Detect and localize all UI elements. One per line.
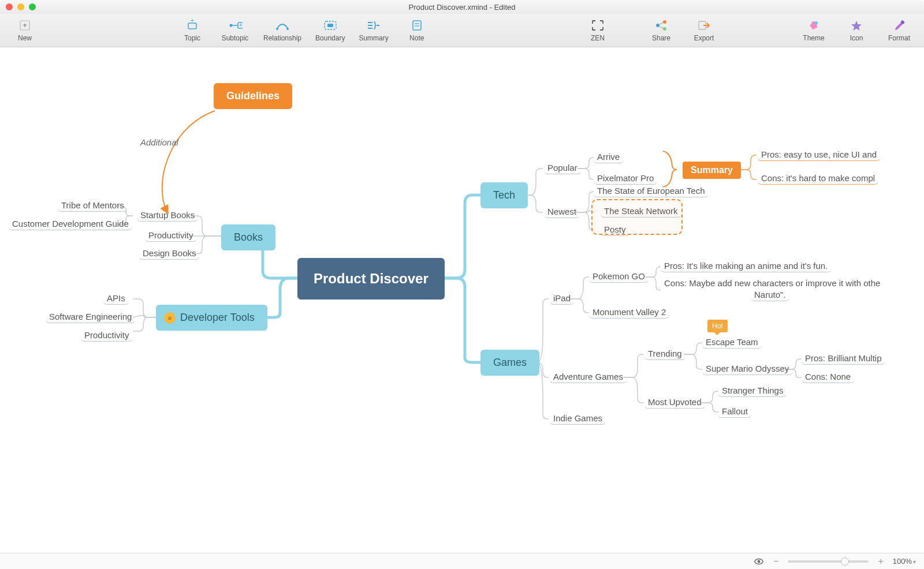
theme-button[interactable]: Theme: [799, 19, 828, 42]
svg-point-8: [276, 28, 278, 30]
hot-badge: Hot: [707, 320, 728, 332]
svg-point-19: [656, 24, 660, 27]
node-startup-books[interactable]: Startup Books: [137, 209, 198, 222]
subtopic-icon: +: [228, 19, 243, 32]
svg-line-22: [659, 23, 663, 25]
statusbar: − + 100%▾: [0, 553, 924, 569]
maximize-window-icon[interactable]: [29, 3, 36, 10]
node-pokemon[interactable]: Pokemon GO: [589, 270, 649, 283]
node-escape[interactable]: Escape Team: [702, 336, 762, 349]
node-dev-tools[interactable]: ≡Developer Tools: [156, 305, 267, 331]
icon-button[interactable]: Icon: [842, 19, 871, 42]
chevron-down-icon: ▾: [913, 559, 916, 565]
summary-button[interactable]: Summary: [359, 19, 388, 42]
node-newest[interactable]: Newest: [544, 205, 580, 218]
window-title: Product Discover.xmind - Edited: [6, 3, 918, 12]
eye-icon[interactable]: [754, 556, 764, 567]
node-books[interactable]: Books: [221, 224, 275, 250]
share-button[interactable]: Share: [647, 19, 676, 42]
node-summary-cons[interactable]: Cons: it's hard to make compl: [758, 172, 878, 185]
node-tribe-mentors[interactable]: Tribe of Mentors: [58, 199, 128, 212]
svg-rect-16: [413, 21, 421, 30]
node-cust-dev-guide[interactable]: Customer Development Guide: [9, 218, 132, 230]
subtopic-button[interactable]: + Subtopic: [221, 19, 249, 42]
node-soft-eng[interactable]: Software Engineering: [46, 310, 135, 323]
export-icon: [696, 19, 711, 32]
new-button[interactable]: + New: [10, 19, 39, 42]
relationship-icon: [275, 19, 290, 32]
share-icon: [654, 19, 669, 32]
money-icon: ≡: [164, 312, 176, 324]
svg-text:+: +: [239, 22, 243, 28]
theme-icon: [806, 19, 821, 32]
node-stranger[interactable]: Stranger Things: [718, 384, 787, 397]
minimize-window-icon[interactable]: [17, 3, 24, 10]
node-pokemon-cons[interactable]: Cons: Maybe add new characters or improv…: [661, 277, 884, 289]
svg-point-9: [286, 28, 289, 30]
node-fallout[interactable]: Fallout: [718, 405, 751, 418]
mindmap-canvas[interactable]: Guidelines Additional Product Discover B…: [0, 47, 924, 553]
icon-icon: [849, 19, 864, 32]
node-ipad[interactable]: iPad: [550, 292, 574, 305]
format-icon: [892, 19, 907, 32]
svg-point-21: [663, 27, 666, 31]
node-summary[interactable]: Summary: [683, 162, 741, 179]
node-apis[interactable]: APIs: [103, 292, 129, 305]
node-games[interactable]: Games: [480, 350, 539, 376]
node-mario[interactable]: Super Mario Odyssey: [702, 362, 792, 375]
node-dev-productivity[interactable]: Productivity: [81, 329, 133, 342]
format-button[interactable]: Format: [885, 19, 914, 42]
node-monument[interactable]: Monument Valley 2: [589, 306, 669, 319]
zoom-slider[interactable]: [788, 560, 869, 563]
note-icon: [409, 19, 424, 32]
zen-icon: [590, 19, 605, 32]
topic-button[interactable]: + Topic: [178, 19, 207, 42]
summary-icon: [366, 19, 381, 32]
node-pokemon-cons2[interactable]: Naruto".: [751, 289, 789, 301]
node-popular[interactable]: Popular: [544, 162, 581, 174]
zoom-out-button[interactable]: −: [772, 556, 780, 567]
svg-text:+: +: [191, 19, 194, 24]
relationship-label[interactable]: Additional: [140, 137, 178, 147]
zen-button[interactable]: ZEN: [583, 19, 612, 42]
boundary-icon: [323, 19, 338, 32]
zoom-slider-thumb[interactable]: [841, 557, 849, 566]
note-button[interactable]: Note: [403, 19, 431, 42]
svg-text:+: +: [23, 21, 27, 29]
boundary-newest[interactable]: [591, 199, 683, 235]
close-window-icon[interactable]: [6, 3, 13, 10]
node-mario-cons[interactable]: Cons: None: [802, 370, 854, 383]
node-design-books[interactable]: Design Books: [139, 247, 200, 260]
zoom-level[interactable]: 100%▾: [893, 557, 916, 566]
node-trending[interactable]: Trending: [644, 347, 685, 360]
svg-point-28: [758, 560, 761, 563]
node-pixelmator[interactable]: Pixelmator Pro: [594, 172, 657, 185]
node-adventure[interactable]: Adventure Games: [550, 370, 627, 383]
node-mario-pros[interactable]: Pros: Brilliant Multip: [802, 352, 885, 365]
node-books-productivity[interactable]: Productivity: [145, 229, 197, 242]
node-upvoted[interactable]: Most Upvoted: [644, 396, 705, 409]
node-pokemon-pros[interactable]: Pros: It's like making an anime and it's…: [661, 260, 831, 272]
boundary-button[interactable]: Boundary: [315, 19, 345, 42]
window-titlebar: Product Discover.xmind - Edited: [0, 0, 924, 14]
node-arrive[interactable]: Arrive: [594, 151, 623, 163]
topic-icon: +: [185, 19, 200, 32]
svg-rect-2: [188, 23, 196, 29]
node-indie[interactable]: Indie Games: [550, 412, 606, 425]
node-summary-pros[interactable]: Pros: easy to use, nice UI and: [758, 148, 880, 161]
svg-point-4: [230, 24, 233, 27]
zoom-in-button[interactable]: +: [877, 556, 884, 567]
new-icon: +: [17, 19, 32, 32]
relationship-button[interactable]: Relationship: [263, 19, 301, 42]
new-label: New: [18, 34, 32, 42]
node-euro-tech[interactable]: The State of European Tech: [594, 185, 709, 197]
node-guidelines[interactable]: Guidelines: [214, 83, 292, 109]
node-center[interactable]: Product Discover: [297, 258, 445, 300]
export-button[interactable]: Export: [690, 19, 718, 42]
traffic-lights: [6, 3, 36, 10]
toolbar: + New + Topic + Subtopic Relationship Bo…: [0, 14, 924, 47]
svg-rect-11: [327, 24, 333, 27]
svg-line-23: [659, 26, 663, 28]
svg-point-25: [814, 21, 818, 25]
node-tech[interactable]: Tech: [480, 182, 528, 208]
